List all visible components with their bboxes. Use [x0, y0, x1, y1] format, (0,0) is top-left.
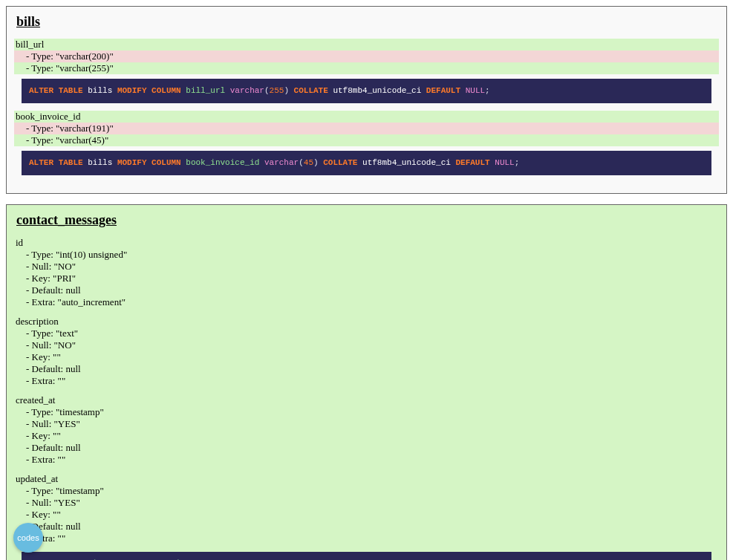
- column-prop: - Key: "": [14, 509, 719, 521]
- column-prop: - Default: null: [14, 521, 719, 533]
- column-name: id: [14, 237, 719, 249]
- column-prop: - Extra: "": [14, 375, 719, 387]
- column-prop: - Null: "NO": [14, 339, 719, 351]
- column-block: book_invoice_id - Type: "varchar(191)" -…: [14, 111, 719, 175]
- column-name: description: [14, 316, 719, 328]
- column-prop: - Type: "varchar(200)": [14, 51, 719, 62]
- column-prop: - Type: "timestamp": [14, 406, 719, 418]
- sql-code: ALTER TABLE bills MODIFY COLUMN book_inv…: [22, 151, 711, 175]
- column-prop: - Type: "varchar(191)": [14, 123, 719, 134]
- column-prop: - Extra: "": [14, 454, 719, 466]
- column-prop: - Null: "YES": [14, 418, 719, 430]
- table-title: contact_messages: [16, 212, 719, 228]
- column-prop: - Extra: "": [14, 533, 719, 544]
- column-name: book_invoice_id: [14, 111, 719, 123]
- column-prop: - Key: "": [14, 351, 719, 363]
- column-prop: - Type: "varchar(255)": [14, 62, 719, 74]
- column-prop: - Key: "": [14, 430, 719, 442]
- column-prop: - Default: null: [14, 363, 719, 375]
- column-prop: - Null: "NO": [14, 261, 719, 273]
- column-block: description - Type: "text" - Null: "NO" …: [14, 316, 719, 387]
- sql-code: CREATE TABLE `contact_messages` ( `id` i…: [22, 552, 711, 560]
- column-prop: - Extra: "auto_increment": [14, 296, 719, 308]
- column-block: created_at - Type: "timestamp" - Null: "…: [14, 394, 719, 466]
- codes-button[interactable]: codes: [13, 523, 43, 553]
- column-block: updated_at - Type: "timestamp" - Null: "…: [14, 473, 719, 544]
- column-prop: - Type: "varchar(45)": [14, 134, 719, 146]
- column-prop: - Default: null: [14, 284, 719, 296]
- column-prop: - Type: "timestamp": [14, 485, 719, 497]
- column-prop: - Null: "YES": [14, 497, 719, 509]
- sql-code: ALTER TABLE bills MODIFY COLUMN bill_url…: [22, 79, 711, 103]
- column-prop: - Key: "PRI": [14, 273, 719, 284]
- table-panel-bills: bills bill_url - Type: "varchar(200)" - …: [6, 6, 727, 194]
- column-prop: - Type: "text": [14, 328, 719, 339]
- column-prop: - Default: null: [14, 442, 719, 454]
- column-block: id - Type: "int(10) unsigned" - Null: "N…: [14, 237, 719, 308]
- column-name: bill_url: [14, 39, 719, 51]
- column-name: updated_at: [14, 473, 719, 485]
- table-title: bills: [16, 14, 719, 30]
- table-panel-contact-messages: contact_messages id - Type: "int(10) uns…: [6, 204, 727, 560]
- column-prop: - Type: "int(10) unsigned": [14, 249, 719, 261]
- column-block: bill_url - Type: "varchar(200)" - Type: …: [14, 39, 719, 103]
- column-name: created_at: [14, 394, 719, 406]
